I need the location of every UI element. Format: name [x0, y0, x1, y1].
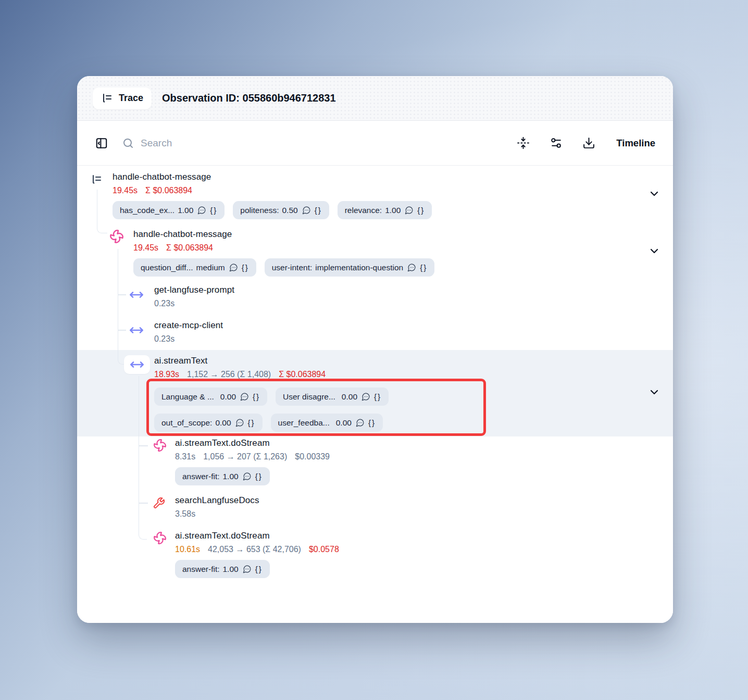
panel-header: Trace Observation ID: 055860b946712831	[77, 76, 673, 121]
score-value: 0.00	[220, 392, 236, 402]
list-tree-icon	[101, 92, 114, 105]
tree-connector	[97, 190, 107, 233]
comment-bubble-icon	[302, 206, 311, 215]
comment-bubble-icon	[243, 472, 252, 481]
search-bar	[122, 137, 517, 149]
metadata-braces: {}	[315, 206, 322, 215]
score-label: User disagre...	[283, 392, 335, 402]
score-badge[interactable]: Language & ... 0.00 {}	[154, 388, 267, 406]
tool-wrench-icon	[153, 497, 165, 509]
tree-row[interactable]: handle-chatbot-message 19.45s Σ $0.06389…	[113, 171, 432, 219]
download-button[interactable]	[582, 136, 595, 149]
comment-bubble-icon	[405, 206, 414, 215]
score-value: 0.00	[342, 392, 357, 402]
score-label: answer-fit:	[182, 472, 220, 481]
tree-connector	[139, 503, 148, 504]
filter-settings-button[interactable]	[550, 136, 563, 149]
tree-toolbar: Timeline	[77, 121, 673, 166]
score-label: user-intent:	[272, 263, 313, 272]
score-badge[interactable]: has_code_ex... 1.00 {}	[113, 201, 225, 219]
metadata-braces: {}	[242, 263, 249, 272]
comment-bubble-icon	[235, 418, 244, 427]
span-name: searchLangfuseDocs	[175, 494, 259, 507]
score-badge[interactable]: user-intent: implementation-question {}	[265, 258, 434, 277]
comment-bubble-icon	[243, 565, 252, 573]
span-fan-icon	[109, 229, 124, 244]
score-label: user_feedba...	[278, 418, 330, 428]
span-name: ai.streamText.doStream	[175, 437, 330, 449]
collapse-row-chevron-icon[interactable]	[648, 386, 660, 398]
score-value: 1.00	[178, 206, 193, 215]
score-label: politeness:	[240, 206, 279, 215]
search-icon	[122, 137, 134, 149]
tree-row[interactable]: searchLangfuseDocs 3.58s	[175, 494, 259, 519]
tree-row[interactable]: get-langfuse-prompt 0.23s	[154, 284, 234, 308]
span-duration: 18.93s	[154, 370, 179, 379]
score-badge[interactable]: out_of_scope: 0.00 {}	[154, 414, 263, 432]
tree-row-selected[interactable]: ai.streamText 18.93s 1,152 → 256 (Σ 1,40…	[154, 355, 389, 432]
metadata-braces: {}	[374, 392, 381, 401]
score-label: relevance:	[345, 206, 382, 215]
metadata-braces: {}	[248, 418, 255, 427]
score-badge[interactable]: question_diff... medium {}	[133, 258, 256, 277]
score-label: question_diff...	[141, 263, 193, 272]
trace-badge-label: Trace	[119, 93, 143, 104]
span-duration: 3.58s	[175, 509, 195, 519]
score-badge[interactable]: relevance: 1.00 {}	[338, 201, 432, 219]
score-badge[interactable]: politeness: 0.50 {}	[233, 201, 329, 219]
score-badge[interactable]: answer-fit: 1.00 {}	[175, 560, 270, 578]
tree-connector	[118, 249, 126, 365]
event-arrows-icon	[129, 323, 144, 338]
tree-row[interactable]: ai.streamText.doStream 8.31s 1,056 → 207…	[175, 437, 330, 485]
tree-connector	[139, 376, 147, 540]
tree-row[interactable]: create-mcp-client 0.23s	[154, 319, 223, 344]
span-duration: 19.45s	[113, 186, 138, 195]
comment-bubble-icon	[356, 418, 365, 427]
span-fan-icon	[153, 531, 167, 545]
span-name: handle-chatbot-message	[133, 228, 434, 241]
timeline-toggle[interactable]: Timeline	[616, 138, 655, 149]
tree-connector	[139, 445, 148, 446]
collapse-panel-button[interactable]	[95, 136, 108, 150]
score-badge[interactable]: user_feedba... 0.00 {}	[271, 414, 383, 432]
span-duration: 8.31s	[175, 452, 195, 461]
list-tree-icon	[91, 173, 103, 186]
panel-left-close-icon	[95, 136, 108, 150]
page-title: Observation ID: 055860b946712831	[162, 92, 336, 104]
comment-bubble-icon	[240, 392, 249, 401]
tree-row[interactable]: handle-chatbot-message 19.45s Σ $0.06389…	[133, 228, 434, 277]
download-icon	[582, 136, 595, 149]
tree-row[interactable]: ai.streamText.doStream 10.61s 42,053 → 6…	[175, 530, 339, 578]
trace-tree: handle-chatbot-message 19.45s Σ $0.06389…	[77, 166, 673, 623]
score-badge[interactable]: answer-fit: 1.00 {}	[175, 467, 270, 485]
comment-bubble-icon	[229, 263, 238, 272]
score-value: 0.00	[336, 418, 352, 428]
collapse-row-chevron-icon[interactable]	[648, 245, 660, 257]
score-value: 1.00	[385, 206, 401, 215]
trace-type-badge: Trace	[93, 88, 152, 109]
collapse-row-chevron-icon[interactable]	[648, 188, 660, 200]
span-cost: Σ $0.063894	[145, 186, 192, 195]
metadata-braces: {}	[368, 418, 376, 427]
event-arrows-icon	[129, 288, 144, 302]
span-tokens: 42,053 → 653 (Σ 42,706)	[208, 545, 301, 554]
span-duration: 19.45s	[133, 243, 158, 253]
trace-panel: Trace Observation ID: 055860b946712831	[77, 76, 673, 623]
tree-connector	[118, 330, 126, 331]
metadata-braces: {}	[417, 206, 425, 215]
score-badge[interactable]: User disagre... 0.00 {}	[276, 388, 389, 406]
span-duration: 10.61s	[175, 545, 200, 554]
span-name: ai.streamText	[154, 355, 389, 367]
search-input[interactable]	[141, 138, 349, 149]
score-value: implementation-question	[315, 263, 403, 272]
score-label: Language & ...	[161, 392, 214, 402]
metadata-braces: {}	[255, 565, 263, 573]
score-value: 0.00	[215, 418, 231, 428]
span-name: handle-chatbot-message	[113, 171, 432, 183]
span-tokens: 1,056 → 207 (Σ 1,263)	[203, 452, 287, 461]
score-label: out_of_scope:	[161, 418, 212, 428]
span-duration: 0.23s	[154, 334, 174, 344]
sliders-icon	[550, 136, 563, 149]
collapse-all-button[interactable]	[517, 136, 530, 149]
tree-connector	[118, 294, 126, 295]
